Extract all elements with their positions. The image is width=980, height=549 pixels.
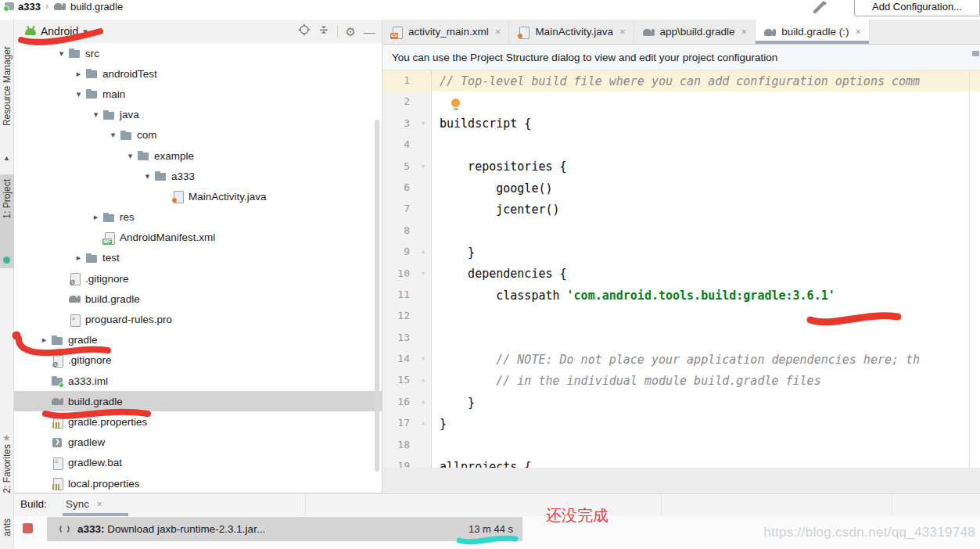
folder-icon: [102, 211, 116, 224]
favorites-star-icon: ★: [2, 432, 11, 443]
notification-text: You can use the Project Structure dialog…: [392, 52, 777, 63]
inspection-stripe-marker[interactable]: [972, 51, 979, 56]
close-icon[interactable]: ×: [619, 26, 626, 38]
sidebar-item-project-label: 1: Project: [2, 179, 13, 219]
code-line-3: 3▿buildscript {: [382, 113, 980, 135]
gear-icon[interactable]: ⚙: [346, 26, 356, 38]
code-line-14: 14▿ // NOTE: Do not place your applicati…: [382, 349, 980, 370]
hide-panel-icon[interactable]: —: [364, 26, 375, 38]
xml-file-icon: <>: [390, 26, 404, 38]
tree-item-build-gradle[interactable]: build.gradle: [14, 289, 382, 309]
tree-item-test[interactable]: ▸test: [14, 248, 382, 268]
code-line-2: 2: [382, 92, 980, 113]
tree-item-src[interactable]: ▾src: [14, 43, 382, 63]
sidebar-item-build-variants[interactable]: ants: [2, 518, 13, 536]
tree-item-proguard-rules-pro[interactable]: ≡proguard-rules.pro: [14, 309, 382, 329]
breadcrumb-file[interactable]: build.gradle: [70, 1, 123, 13]
tree-item-androidtest[interactable]: ▸androidTest: [14, 63, 382, 84]
chevron-collapsed-icon[interactable]: ▸: [72, 253, 85, 263]
breadcrumb-project[interactable]: a333: [18, 1, 41, 13]
fold-marker-icon[interactable]: ▿: [415, 349, 432, 370]
code-line-16: 16▵ }: [382, 392, 980, 413]
code-editor[interactable]: 1// Top-level build file where you can a…: [382, 70, 980, 468]
gradle-elephant-icon: [51, 395, 64, 407]
chevron-expanded-icon[interactable]: ▾: [55, 48, 68, 59]
tree-item-gradlew[interactable]: gradlew: [14, 432, 382, 453]
tree-item-main[interactable]: ▾main: [14, 84, 382, 104]
code-text: buildscript {: [432, 117, 531, 131]
close-icon[interactable]: ×: [495, 26, 501, 38]
fold-marker-icon[interactable]: ▵: [415, 413, 432, 434]
tree-item-local-properties[interactable]: local.properties: [14, 473, 382, 493]
tree-scrollbar[interactable]: [375, 120, 379, 472]
android-icon: [25, 28, 36, 35]
tree-item--gitignore[interactable]: ⊘.gitignore: [14, 268, 382, 289]
tab-sync[interactable]: Sync ×: [66, 498, 102, 510]
tab-app-build-gradle[interactable]: app\build.gradle×: [634, 20, 756, 44]
folder-icon: [102, 109, 116, 121]
tree-item-a333-iml[interactable]: a333.iml: [14, 371, 382, 391]
intention-bulb-icon[interactable]: [451, 99, 460, 107]
code-line-4: 4: [382, 135, 980, 156]
tab-sync-close-icon[interactable]: ×: [97, 499, 102, 510]
fold-marker-icon[interactable]: ▿: [415, 156, 432, 178]
fold-marker-icon[interactable]: ▵: [415, 370, 432, 391]
project-view-selector[interactable]: Android: [41, 25, 78, 38]
chevron-expanded-icon[interactable]: ▾: [89, 109, 102, 120]
fold-marker-icon[interactable]: ▿: [415, 264, 432, 285]
stop-build-button[interactable]: [23, 523, 33, 533]
sidebar-item-resource-manager[interactable]: Resource Manager: [2, 46, 13, 126]
tree-item-a333[interactable]: ▾a333: [14, 166, 382, 186]
chevron-expanded-icon[interactable]: ▾: [106, 130, 120, 140]
tree-item-com[interactable]: ▾com: [14, 125, 382, 145]
line-number: 5: [382, 156, 415, 178]
line-number: 6: [382, 178, 415, 199]
fold-gutter: [415, 92, 432, 113]
folder-icon: [120, 129, 133, 142]
close-icon[interactable]: ×: [855, 26, 861, 38]
tree-item-label: AndroidManifest.xml: [120, 231, 215, 243]
tree-item-gradlew-bat[interactable]: ≡gradlew.bat: [14, 453, 382, 473]
collapse-all-icon[interactable]: [318, 24, 329, 39]
add-configuration-button[interactable]: Add Configuration...: [854, 0, 980, 16]
project-tree: ▾src▸androidTest▾main▾java▾com▾example▾a…: [14, 43, 382, 493]
fold-gutter: [415, 328, 432, 349]
tree-item-java[interactable]: ▾java: [14, 105, 382, 125]
tree-item-build-gradle[interactable]: build.gradle: [14, 391, 382, 411]
tab-activity-main-xml[interactable]: <>activity_main.xml×: [382, 20, 509, 44]
editor-scrollbar-separator: [969, 70, 970, 468]
chevron-collapsed-icon[interactable]: ▸: [89, 212, 102, 222]
tree-item-androidmanifest-xml[interactable]: MFAndroidManifest.xml: [14, 228, 382, 248]
locate-file-icon[interactable]: [298, 23, 311, 39]
fold-marker-icon[interactable]: ▿: [415, 113, 432, 135]
wrench-icon[interactable]: [812, 0, 832, 16]
chevron-expanded-icon[interactable]: ▾: [72, 89, 85, 99]
tab-mainactivity-java[interactable]: MainActivity.java×: [509, 20, 634, 44]
sidebar-item-project[interactable]: 1: Project: [0, 174, 14, 268]
tree-item--gitignore[interactable]: ⊘.gitignore: [14, 350, 382, 371]
fold-marker-icon[interactable]: ▵: [415, 392, 432, 413]
chevron-expanded-icon[interactable]: ▾: [141, 171, 154, 181]
build-progress-row[interactable]: a333: Download jaxb-runtime-2.3.1.jar...…: [47, 517, 522, 541]
build-task-name: a333:: [77, 523, 105, 535]
tree-item-res[interactable]: ▸res: [14, 207, 382, 228]
tree-item-gradle[interactable]: ▸gradle: [14, 330, 382, 350]
executable-file-icon: [51, 436, 64, 449]
folder-icon: [85, 67, 99, 80]
code-text: }: [432, 246, 475, 260]
tab-build-gradle-[interactable]: build.gradle (:)×: [756, 20, 870, 44]
tree-item-gradle-properties[interactable]: gradle.properties: [14, 411, 382, 432]
code-text: classpath 'com.android.tools.build:gradl…: [432, 289, 835, 303]
build-task-text: a333: Download jaxb-runtime-2.3.1.jar...: [77, 523, 265, 535]
fold-marker-icon[interactable]: ▵: [415, 242, 432, 263]
editor-bottom-scroll-area[interactable]: [382, 468, 980, 492]
code-line-8: 8: [382, 221, 980, 242]
chevron-collapsed-icon[interactable]: ▸: [72, 69, 85, 79]
tree-item-mainactivity-java[interactable]: MainActivity.java: [14, 186, 382, 206]
tree-item-example[interactable]: ▾example: [14, 145, 382, 166]
sidebar-item-favorites[interactable]: 2: Favorites: [2, 444, 13, 493]
close-icon[interactable]: ×: [741, 26, 748, 38]
chevron-collapsed-icon[interactable]: ▸: [38, 335, 51, 345]
code-line-6: 6 google(): [382, 178, 980, 199]
chevron-expanded-icon[interactable]: ▾: [124, 151, 137, 161]
